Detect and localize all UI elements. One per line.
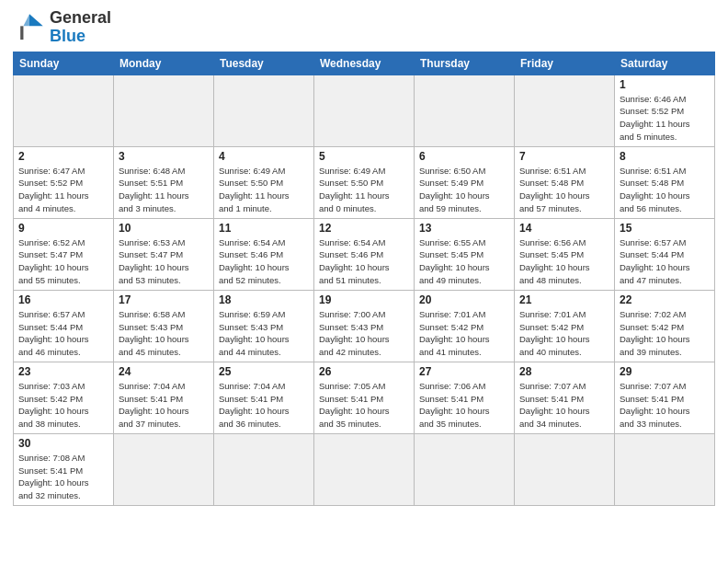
calendar-cell: 15Sunrise: 6:57 AM Sunset: 5:44 PM Dayli… [615, 218, 715, 290]
logo: GeneralBlue [13, 9, 111, 46]
day-info: Sunrise: 7:01 AM Sunset: 5:42 PM Dayligh… [419, 308, 509, 359]
calendar-cell: 8Sunrise: 6:51 AM Sunset: 5:48 PM Daylig… [615, 146, 715, 218]
calendar-cell: 5Sunrise: 6:49 AM Sunset: 5:50 PM Daylig… [314, 146, 415, 218]
logo-text: GeneralBlue [50, 9, 111, 46]
calendar-cell: 9Sunrise: 6:52 AM Sunset: 5:47 PM Daylig… [14, 218, 114, 290]
week-row-3: 9Sunrise: 6:52 AM Sunset: 5:47 PM Daylig… [14, 218, 715, 290]
day-number: 30 [18, 437, 108, 450]
day-info: Sunrise: 7:04 AM Sunset: 5:41 PM Dayligh… [119, 380, 209, 431]
day-number: 2 [18, 150, 108, 163]
calendar-cell: 7Sunrise: 6:51 AM Sunset: 5:48 PM Daylig… [515, 146, 615, 218]
day-number: 12 [319, 222, 409, 235]
week-row-2: 2Sunrise: 6:47 AM Sunset: 5:52 PM Daylig… [14, 146, 715, 218]
svg-marker-0 [29, 14, 43, 26]
week-row-5: 23Sunrise: 7:03 AM Sunset: 5:42 PM Dayli… [14, 362, 715, 433]
calendar-cell: 10Sunrise: 6:53 AM Sunset: 5:47 PM Dayli… [114, 218, 214, 290]
weekday-header-row: SundayMondayTuesdayWednesdayThursdayFrid… [14, 52, 715, 75]
day-info: Sunrise: 7:08 AM Sunset: 5:41 PM Dayligh… [18, 452, 108, 502]
header: GeneralBlue [13, 9, 715, 46]
day-number: 19 [319, 293, 409, 306]
day-info: Sunrise: 6:54 AM Sunset: 5:46 PM Dayligh… [319, 236, 409, 287]
day-info: Sunrise: 6:54 AM Sunset: 5:46 PM Dayligh… [219, 236, 309, 287]
calendar-cell: 29Sunrise: 7:07 AM Sunset: 5:41 PM Dayli… [615, 362, 715, 433]
day-info: Sunrise: 6:50 AM Sunset: 5:49 PM Dayligh… [419, 165, 509, 215]
calendar-cell [515, 75, 615, 146]
weekday-header-tuesday: Tuesday [214, 52, 314, 75]
weekday-header-thursday: Thursday [415, 52, 515, 75]
day-number: 9 [18, 222, 108, 235]
day-number: 14 [519, 222, 609, 235]
day-number: 15 [620, 222, 710, 235]
day-number: 3 [119, 150, 209, 163]
calendar-cell: 13Sunrise: 6:55 AM Sunset: 5:45 PM Dayli… [415, 218, 515, 290]
calendar-cell: 20Sunrise: 7:01 AM Sunset: 5:42 PM Dayli… [415, 290, 515, 362]
day-number: 24 [119, 365, 209, 378]
day-number: 29 [620, 365, 710, 378]
day-info: Sunrise: 6:46 AM Sunset: 5:52 PM Dayligh… [620, 93, 710, 144]
calendar-cell: 26Sunrise: 7:05 AM Sunset: 5:41 PM Dayli… [314, 362, 415, 433]
day-info: Sunrise: 6:56 AM Sunset: 5:45 PM Dayligh… [519, 236, 609, 287]
week-row-6: 30Sunrise: 7:08 AM Sunset: 5:41 PM Dayli… [14, 433, 715, 505]
day-number: 17 [119, 293, 209, 306]
calendar-table: SundayMondayTuesdayWednesdayThursdayFrid… [13, 52, 715, 506]
day-info: Sunrise: 6:57 AM Sunset: 5:44 PM Dayligh… [620, 236, 710, 287]
calendar-cell [314, 433, 415, 505]
day-number: 6 [419, 150, 509, 163]
day-info: Sunrise: 7:03 AM Sunset: 5:42 PM Dayligh… [18, 380, 108, 431]
calendar-cell: 21Sunrise: 7:01 AM Sunset: 5:42 PM Dayli… [515, 290, 615, 362]
day-number: 22 [620, 293, 710, 306]
svg-rect-2 [20, 26, 23, 40]
calendar-cell [314, 75, 415, 146]
weekday-header-wednesday: Wednesday [314, 52, 415, 75]
day-number: 16 [18, 293, 108, 306]
day-number: 27 [419, 365, 509, 378]
calendar-cell: 28Sunrise: 7:07 AM Sunset: 5:41 PM Dayli… [515, 362, 615, 433]
day-number: 5 [319, 150, 409, 163]
week-row-1: 1Sunrise: 6:46 AM Sunset: 5:52 PM Daylig… [14, 75, 715, 146]
week-row-4: 16Sunrise: 6:57 AM Sunset: 5:44 PM Dayli… [14, 290, 715, 362]
calendar-cell: 11Sunrise: 6:54 AM Sunset: 5:46 PM Dayli… [214, 218, 314, 290]
day-info: Sunrise: 6:51 AM Sunset: 5:48 PM Dayligh… [519, 165, 609, 215]
day-info: Sunrise: 6:51 AM Sunset: 5:48 PM Dayligh… [620, 165, 710, 215]
calendar-cell [515, 433, 615, 505]
svg-marker-1 [23, 14, 29, 26]
calendar-cell [415, 433, 515, 505]
day-number: 8 [620, 150, 710, 163]
calendar-cell: 25Sunrise: 7:04 AM Sunset: 5:41 PM Dayli… [214, 362, 314, 433]
day-number: 26 [319, 365, 409, 378]
day-info: Sunrise: 7:05 AM Sunset: 5:41 PM Dayligh… [319, 380, 409, 431]
day-info: Sunrise: 6:52 AM Sunset: 5:47 PM Dayligh… [18, 236, 108, 287]
calendar-cell [214, 433, 314, 505]
calendar-cell: 16Sunrise: 6:57 AM Sunset: 5:44 PM Dayli… [14, 290, 114, 362]
day-info: Sunrise: 6:47 AM Sunset: 5:52 PM Dayligh… [18, 165, 108, 215]
logo-icon [13, 11, 46, 44]
calendar-cell [114, 75, 214, 146]
calendar-cell: 23Sunrise: 7:03 AM Sunset: 5:42 PM Dayli… [14, 362, 114, 433]
day-number: 13 [419, 222, 509, 235]
calendar-cell: 6Sunrise: 6:50 AM Sunset: 5:49 PM Daylig… [415, 146, 515, 218]
day-info: Sunrise: 6:55 AM Sunset: 5:45 PM Dayligh… [419, 236, 509, 287]
day-number: 1 [620, 78, 710, 91]
calendar-cell [114, 433, 214, 505]
calendar-cell [214, 75, 314, 146]
day-number: 28 [519, 365, 609, 378]
calendar-cell: 2Sunrise: 6:47 AM Sunset: 5:52 PM Daylig… [14, 146, 114, 218]
calendar-cell: 18Sunrise: 6:59 AM Sunset: 5:43 PM Dayli… [214, 290, 314, 362]
day-info: Sunrise: 7:07 AM Sunset: 5:41 PM Dayligh… [519, 380, 609, 431]
calendar-cell: 1Sunrise: 6:46 AM Sunset: 5:52 PM Daylig… [615, 75, 715, 146]
weekday-header-saturday: Saturday [615, 52, 715, 75]
calendar-cell: 12Sunrise: 6:54 AM Sunset: 5:46 PM Dayli… [314, 218, 415, 290]
calendar-cell [415, 75, 515, 146]
day-number: 7 [519, 150, 609, 163]
calendar-cell: 3Sunrise: 6:48 AM Sunset: 5:51 PM Daylig… [114, 146, 214, 218]
day-info: Sunrise: 6:57 AM Sunset: 5:44 PM Dayligh… [18, 308, 108, 359]
day-number: 25 [219, 365, 309, 378]
weekday-header-friday: Friday [515, 52, 615, 75]
weekday-header-monday: Monday [114, 52, 214, 75]
day-number: 23 [18, 365, 108, 378]
day-number: 11 [219, 222, 309, 235]
day-number: 20 [419, 293, 509, 306]
calendar-cell: 14Sunrise: 6:56 AM Sunset: 5:45 PM Dayli… [515, 218, 615, 290]
calendar-cell: 30Sunrise: 7:08 AM Sunset: 5:41 PM Dayli… [14, 433, 114, 505]
day-info: Sunrise: 6:49 AM Sunset: 5:50 PM Dayligh… [219, 165, 309, 215]
